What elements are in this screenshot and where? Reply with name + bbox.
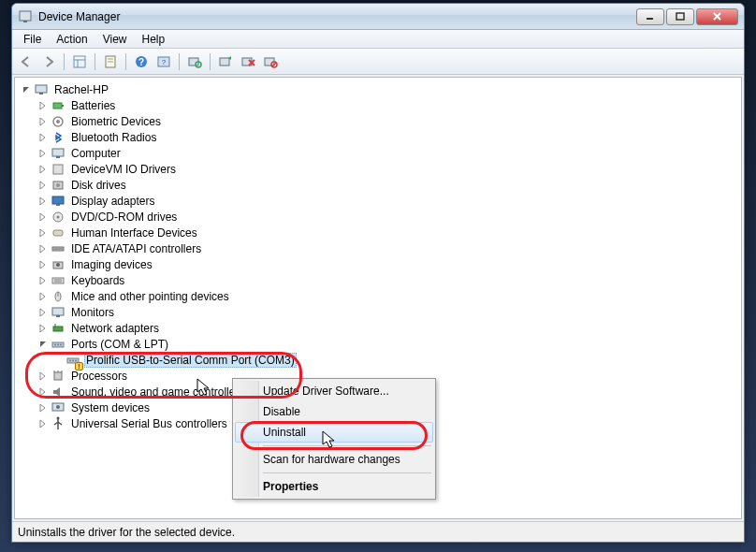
expander-icon[interactable] [37, 275, 49, 286]
expander-icon[interactable] [37, 291, 49, 302]
tree-label: Mice and other pointing devices [69, 290, 231, 303]
tree-category[interactable]: Human Interface Devices [17, 225, 739, 240]
tree-category[interactable]: Batteries [17, 97, 739, 113]
tree-category[interactable]: Monitors [17, 304, 739, 320]
menu-action[interactable]: Action [49, 31, 94, 48]
mouse-icon [51, 289, 65, 304]
context-menu-item[interactable]: Disable [235, 401, 433, 422]
svg-rect-32 [56, 156, 60, 158]
port-icon [51, 337, 65, 352]
tree-category[interactable]: Keyboards [17, 272, 739, 288]
expander-icon[interactable] [37, 323, 49, 334]
tree-category[interactable]: Ports (COM & LPT) [17, 336, 739, 352]
tree-category[interactable]: Disk drives [17, 177, 739, 193]
tree-label: Display adapters [69, 195, 156, 208]
tree-label: Ports (COM & LPT) [69, 338, 170, 351]
expander-icon[interactable] [37, 227, 49, 239]
expander-icon[interactable] [37, 180, 49, 191]
toolbar-sep [179, 53, 180, 70]
port-icon: ! [65, 353, 80, 368]
tree-category[interactable]: Display adapters [17, 193, 739, 209]
expander-icon[interactable] [37, 339, 49, 350]
tree-label: Network adapters [69, 322, 161, 335]
scan-button[interactable] [184, 51, 205, 72]
expander-icon[interactable] [37, 386, 49, 398]
expander-icon[interactable] [37, 243, 49, 254]
expander-icon[interactable] [37, 307, 49, 318]
svg-point-39 [57, 215, 60, 218]
tree-category[interactable]: DeviceVM IO Drivers [17, 161, 739, 177]
context-menu-item[interactable]: Properties [235, 476, 433, 497]
tree-category[interactable]: Computer [17, 145, 739, 161]
tree-category[interactable]: IDE ATA/ATAPI controllers [17, 240, 739, 256]
disable-button[interactable] [260, 51, 281, 72]
svg-rect-18 [220, 58, 229, 65]
close-button[interactable] [696, 8, 738, 25]
svg-rect-33 [53, 165, 63, 174]
tree-label: Human Interface Devices [69, 226, 199, 240]
svg-rect-50 [52, 308, 64, 315]
hid-icon [51, 225, 65, 240]
expander-icon[interactable] [37, 402, 49, 414]
tree-category[interactable]: Imaging devices [17, 256, 739, 272]
tree-category[interactable]: Biometric Devices [17, 113, 739, 129]
minimize-button[interactable] [636, 8, 664, 25]
tree-category[interactable]: Bluetooth Radios [17, 129, 739, 145]
help-button[interactable]: ? [131, 51, 152, 72]
context-menu-item[interactable]: Update Driver Software... [235, 381, 433, 401]
svg-point-57 [60, 343, 62, 345]
back-button[interactable] [16, 51, 36, 72]
computer-icon [51, 146, 65, 161]
forward-button[interactable] [38, 51, 59, 72]
cpu-icon [51, 369, 65, 384]
help2-button[interactable]: ? [153, 51, 174, 72]
expander-icon[interactable] [37, 100, 49, 111]
expander-icon[interactable] [37, 132, 49, 143]
tree-category[interactable]: Mice and other pointing devices [17, 288, 739, 304]
device-icon [51, 162, 65, 177]
update-driver-button[interactable] [215, 51, 236, 72]
system-icon [51, 400, 65, 415]
expander-icon[interactable] [37, 196, 49, 207]
maximize-button[interactable] [666, 8, 694, 25]
menu-file[interactable]: File [16, 31, 49, 48]
svg-rect-28 [62, 105, 64, 107]
usb-icon [51, 416, 65, 431]
tree-device[interactable]: !Prolific USB-to-Serial Comm Port (COM3) [17, 352, 739, 368]
menu-help[interactable]: Help [135, 31, 173, 48]
bluetooth-icon [51, 130, 65, 145]
tree-label: DVD/CD-ROM drives [69, 211, 179, 224]
cdrom-icon [51, 210, 65, 225]
svg-point-61 [75, 359, 77, 361]
uninstall-button[interactable] [238, 51, 258, 72]
context-menu-item[interactable]: Scan for hardware changes [235, 449, 433, 470]
context-menu-item[interactable]: Uninstall [235, 422, 433, 443]
tree-category[interactable]: Network adapters [17, 320, 739, 336]
expander-icon[interactable] [37, 116, 49, 127]
expander-icon[interactable] [37, 148, 49, 159]
svg-rect-62 [54, 372, 62, 380]
svg-rect-1 [23, 21, 27, 22]
titlebar[interactable]: Device Manager [12, 4, 744, 30]
toolbar-sep [94, 53, 95, 70]
tree-label: Sound, video and game controllers [69, 385, 246, 399]
expander-icon[interactable] [37, 418, 49, 429]
expander-icon[interactable] [37, 211, 49, 223]
svg-point-68 [57, 416, 60, 419]
menu-view[interactable]: View [95, 31, 135, 48]
expander-icon[interactable] [37, 259, 49, 270]
statusbar-text: Uninstalls the driver for the selected d… [18, 526, 235, 539]
tree-root[interactable]: Rachel-HP [17, 81, 739, 97]
expander-icon[interactable] [37, 370, 49, 382]
tree-category[interactable]: DVD/CD-ROM drives [17, 209, 739, 225]
network-icon [51, 321, 65, 336]
ide-icon [51, 241, 65, 256]
sound-icon [51, 385, 65, 399]
show-tree-button[interactable] [69, 51, 90, 72]
svg-point-60 [72, 359, 74, 361]
expander-icon[interactable] [21, 84, 32, 95]
properties-button[interactable] [100, 51, 121, 72]
tree-label: Processors [69, 370, 129, 383]
expander-icon[interactable] [37, 164, 49, 175]
tree-label: Universal Serial Bus controllers [69, 417, 229, 430]
